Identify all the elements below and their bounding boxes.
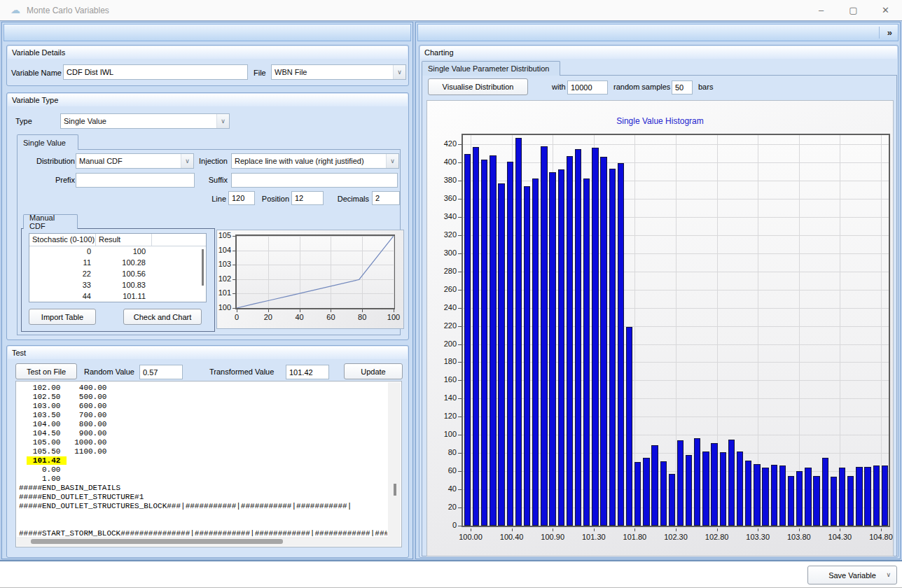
- suffix-input[interactable]: [231, 173, 398, 188]
- chevron-down-icon[interactable]: ∨: [216, 114, 229, 128]
- maximize-button[interactable]: ▢: [838, 0, 869, 20]
- tick-mark: [458, 235, 462, 236]
- suffix-label: Suffix: [195, 176, 228, 184]
- gridline: [799, 135, 800, 526]
- chevron-down-icon[interactable]: ∨: [181, 154, 193, 168]
- histogram-bar: [669, 474, 675, 526]
- distribution-label: Distribution: [25, 157, 75, 165]
- chevron-down-icon[interactable]: ∨: [886, 571, 891, 578]
- tab-manual-cdf[interactable]: Manual CDF: [23, 214, 78, 229]
- visualise-distribution-button[interactable]: Visualise Distribution: [428, 78, 528, 95]
- column-header-stochastic[interactable]: Stochastic (0-100): [29, 234, 96, 246]
- axis-tick-label: 60: [320, 313, 341, 321]
- charting-caption: Charting: [420, 46, 897, 59]
- axis-tick-label: 105: [217, 231, 231, 239]
- random-value-label: Random Value: [84, 368, 134, 376]
- import-table-button[interactable]: Import Table: [29, 309, 96, 325]
- file-line: #####END_OUTLET_STRUCTURES_BLOCK###|####…: [19, 502, 387, 511]
- line-input[interactable]: [228, 191, 255, 205]
- type-combobox[interactable]: Single Value ∨: [60, 113, 230, 129]
- table-row[interactable]: 11100.28: [29, 258, 206, 269]
- vertical-scrollbar-thumb[interactable]: [394, 484, 396, 496]
- app-icon: ☁: [11, 4, 20, 15]
- tick-mark: [458, 489, 462, 490]
- histogram-bar: [532, 178, 539, 526]
- tick-mark: [676, 528, 676, 531]
- close-button[interactable]: ✕: [870, 0, 901, 20]
- histogram-bar: [771, 465, 777, 526]
- vertical-scrollbar[interactable]: [388, 382, 401, 537]
- expand-icon[interactable]: »: [887, 27, 892, 38]
- horizontal-scrollbar-thumb[interactable]: [31, 539, 283, 544]
- cdf-preview-chart: 100101102103104105020406080100: [216, 230, 404, 329]
- file-line: 104.50 900.00: [19, 429, 387, 438]
- horizontal-scrollbar[interactable]: [17, 537, 401, 546]
- variable-details-group: Variable Details Variable Name File WBN …: [6, 45, 409, 86]
- test-on-file-button[interactable]: Test on File: [15, 363, 77, 379]
- histogram-bar: [643, 458, 649, 526]
- table-row[interactable]: 44101.11: [29, 291, 206, 302]
- decimals-input[interactable]: [372, 191, 400, 205]
- table-row[interactable]: 33100.83: [29, 280, 206, 291]
- file-combobox[interactable]: WBN File ∨: [271, 64, 406, 80]
- chevron-down-icon[interactable]: ∨: [386, 154, 398, 168]
- histogram-bar: [618, 163, 624, 526]
- file-line: [19, 511, 387, 520]
- tab-single-value-parameter-distribution[interactable]: Single Value Parameter Distribution: [422, 61, 560, 76]
- cdf-table[interactable]: Stochastic (0-100) Result 010011100.2822…: [29, 233, 207, 302]
- column-header-result[interactable]: Result: [96, 234, 152, 246]
- distribution-combobox-value: Manual CDF: [79, 157, 179, 165]
- bars-input[interactable]: [672, 80, 693, 94]
- axis-tick-label: 102.30: [657, 533, 695, 541]
- histogram-bar: [737, 451, 743, 526]
- random-samples-input[interactable]: [567, 80, 608, 94]
- cell-result: 100.83: [96, 280, 152, 291]
- tick-mark: [331, 309, 331, 312]
- variable-type-group: Variable Type Type Single Value ∨ Single…: [6, 92, 409, 340]
- prefix-input[interactable]: [76, 173, 195, 188]
- histogram-bar: [575, 149, 581, 526]
- tick-mark: [717, 528, 718, 531]
- tick-mark: [458, 435, 462, 435]
- histogram-bar: [524, 186, 530, 526]
- save-variable-button[interactable]: Save Variable ∨: [807, 566, 897, 584]
- random-value-input[interactable]: [139, 365, 183, 379]
- histogram-bar: [481, 160, 487, 526]
- file-preview-panel[interactable]: 102.00 400.00 102.50 500.00 103.00 600.0…: [15, 381, 402, 547]
- axis-tick-label: 103.30: [739, 533, 777, 541]
- histogram-bar: [541, 146, 547, 526]
- distribution-combobox[interactable]: Manual CDF ∨: [76, 153, 194, 169]
- tick-mark: [458, 362, 462, 363]
- variable-name-input[interactable]: [63, 64, 248, 80]
- cell-stochastic: 44: [29, 291, 96, 302]
- check-and-chart-button[interactable]: Check and Chart: [123, 309, 202, 325]
- cell-result: 101.11: [96, 291, 152, 302]
- tab-single-value[interactable]: Single Value: [17, 134, 78, 150]
- axis-tick-label: 260: [431, 285, 457, 293]
- injection-combobox[interactable]: Replace line with value (right justified…: [231, 153, 399, 169]
- histogram-bar: [626, 327, 632, 526]
- cdf-plot-area: [235, 234, 395, 309]
- axis-tick-label: 0: [431, 521, 457, 529]
- transformed-value-input[interactable]: [286, 365, 329, 379]
- chevron-down-icon[interactable]: ∨: [393, 65, 405, 79]
- axis-tick-label: 101.30: [575, 533, 613, 541]
- update-button[interactable]: Update: [344, 363, 403, 379]
- table-scrollbar-thumb[interactable]: [202, 249, 204, 286]
- table-row[interactable]: 22100.56: [29, 269, 206, 280]
- tick-mark: [471, 528, 471, 531]
- minimize-button[interactable]: –: [805, 0, 837, 20]
- histogram-bar: [583, 178, 590, 526]
- histogram-bar: [702, 451, 709, 526]
- position-input[interactable]: [291, 191, 324, 205]
- tick-mark: [233, 293, 235, 294]
- test-group: Test Test on File Random Value Transform…: [6, 345, 409, 558]
- axis-tick-label: 380: [431, 176, 457, 184]
- histogram-bar: [728, 440, 735, 526]
- axis-tick-label: 60: [431, 466, 457, 475]
- position-label: Position: [257, 195, 289, 203]
- table-row[interactable]: 0100: [29, 246, 206, 258]
- axis-tick-label: 100: [431, 430, 457, 438]
- axis-tick-label: 280: [431, 267, 457, 275]
- file-content[interactable]: 102.00 400.00 102.50 500.00 103.00 600.0…: [19, 384, 387, 536]
